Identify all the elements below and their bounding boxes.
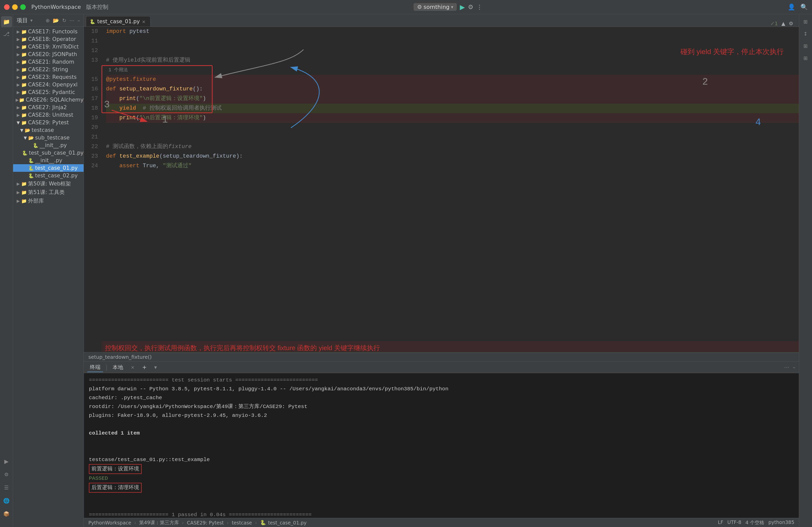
- close-tab-icon[interactable]: ×: [142, 19, 146, 24]
- settings-icon[interactable]: ⚙: [789, 20, 793, 27]
- tree-label: CASE26: SQLAlchemy: [26, 97, 84, 103]
- sb-lf[interactable]: LF: [718, 519, 723, 526]
- tree-arrow: ▶: [17, 37, 21, 42]
- sb-encoding[interactable]: UTF-8: [727, 519, 741, 526]
- py-file-icon: 🐍: [28, 166, 34, 171]
- sb-python[interactable]: python385: [768, 519, 794, 526]
- tree-arrow: ▶: [17, 60, 21, 65]
- code-line-10: import pytest: [106, 27, 799, 37]
- folder-icon: 📁: [19, 97, 25, 103]
- breadcrumb: setup_teardown_fixture(): [84, 352, 799, 361]
- term-line-sep-start: ========================= test session s…: [89, 376, 794, 385]
- close-button[interactable]: [4, 4, 10, 10]
- right-btn-2[interactable]: ↕: [800, 28, 811, 39]
- minimize-panel-icon[interactable]: –: [77, 17, 80, 24]
- terminal-tab[interactable]: 终端: [87, 362, 103, 372]
- tree-item-case26[interactable]: ▶ 📁 CASE26: SQLAlchemy: [13, 96, 84, 103]
- plus-terminal-icon[interactable]: +: [140, 363, 149, 371]
- sidebar-btn-project[interactable]: 📁: [1, 16, 12, 27]
- more-icon[interactable]: ⋯: [70, 17, 74, 24]
- tree-item-external[interactable]: ▶ 📁 外部库: [13, 197, 84, 205]
- run-icon[interactable]: ▶: [460, 3, 465, 11]
- sidebar-btn-settings[interactable]: ⚙: [1, 469, 12, 480]
- refresh-icon[interactable]: ↻: [62, 17, 67, 24]
- search-icon[interactable]: 🔍: [800, 3, 808, 11]
- terminal-more-icon[interactable]: ⋯: [784, 364, 789, 370]
- folder-icon: 📁: [21, 52, 27, 57]
- branch-badge[interactable]: ⚙ somthing ▾: [414, 3, 457, 11]
- line-num-14: [84, 65, 98, 75]
- minimize-button[interactable]: [12, 4, 18, 10]
- user-icon[interactable]: 👤: [788, 3, 795, 11]
- setup-output-text: 前置逻辑：设置环境: [89, 464, 142, 474]
- branch-dropdown-icon: ▾: [451, 4, 453, 10]
- tree-item-test-sub[interactable]: ▶ 🐍 test_sub_case_01.py: [13, 149, 84, 157]
- tree-arrow: ▶: [17, 67, 21, 72]
- titlebar-right: 👤 🔍: [788, 3, 808, 11]
- code-line-21: [106, 132, 799, 142]
- term-line-passed: PASSED: [89, 474, 794, 483]
- sb-part4: testcase: [232, 520, 252, 526]
- sb-indent[interactable]: 4 个空格: [745, 519, 764, 526]
- tree-label: CASE29: Pytest: [28, 119, 69, 126]
- tree-item-testcase[interactable]: ▼ 📂 testcase: [13, 126, 84, 134]
- code-content[interactable]: import pytest # 使用yield实现前置和后置逻辑 1 个用法 @…: [102, 27, 799, 352]
- tree-item-case19[interactable]: ▶ 📁 CASE19: XmlToDict: [13, 43, 84, 51]
- terminal-minimize-icon[interactable]: –: [793, 364, 795, 370]
- more-menu-icon[interactable]: ⋮: [476, 3, 482, 11]
- new-folder-icon[interactable]: 📂: [53, 17, 59, 24]
- sidebar-btn-globe[interactable]: 🌐: [1, 495, 12, 506]
- tree-item-course51[interactable]: ▶ 📁 第51课: 工具类: [13, 188, 84, 197]
- sidebar-btn-run[interactable]: ▶: [1, 456, 12, 467]
- tree-label: CASE25: Pydantic: [28, 89, 75, 95]
- branch-name: somthing: [423, 4, 449, 10]
- code-line-24: assert True, "测试通过": [106, 161, 799, 171]
- tab-label: test_case_01.py: [97, 18, 140, 25]
- new-file-icon[interactable]: ⊕: [45, 17, 50, 24]
- tree-item-case27[interactable]: ▶ 📁 CASE27: Jinja2: [13, 103, 84, 111]
- tree-label: CASE21: Random: [28, 59, 74, 65]
- term-line-sep-end: ========================= 1 passed in 0.…: [89, 510, 794, 518]
- sidebar-btn-git[interactable]: ⎇: [1, 28, 12, 39]
- term-line-teardown: 后置逻辑：清理环境: [89, 483, 794, 493]
- build-icon[interactable]: ⚙: [468, 3, 474, 11]
- close-terminal-icon[interactable]: ×: [128, 364, 137, 371]
- py-file-icon: 🐍: [33, 143, 38, 148]
- code-line-19: print("\n后置逻辑：清理环境"): [106, 113, 799, 123]
- tree-item-case23[interactable]: ▶ 📁 CASE23: Requests: [13, 73, 84, 81]
- folder-icon: 📁: [21, 37, 27, 42]
- line-num-21: 21: [84, 132, 98, 142]
- tree-item-case18[interactable]: ▶ 📁 CASE18: Operator: [13, 35, 84, 43]
- up-arrow-icon[interactable]: ▲: [781, 20, 785, 27]
- sidebar-btn-package[interactable]: 📦: [1, 508, 12, 519]
- tree-item-case25[interactable]: ▶ 📁 CASE25: Pydantic: [13, 88, 84, 96]
- tree-item-test-case-02[interactable]: ▶ 🐍 test_case_02.py: [13, 172, 84, 180]
- project-panel-header: 项目 ▾ ⊕ 📂 ↻ ⋯ –: [13, 14, 84, 27]
- tree-item-case29[interactable]: ▼ 📁 CASE29: Pytest: [13, 119, 84, 126]
- tree-item-case17[interactable]: ▶ 📁 CASE17: Functools: [13, 28, 84, 35]
- right-btn-3[interactable]: ⊞: [800, 40, 811, 52]
- tree-item-case21[interactable]: ▶ 📁 CASE21: Random: [13, 58, 84, 66]
- tree-item-test-case-01[interactable]: ▶ 🐍 test_case_01.py: [13, 164, 84, 172]
- right-btn-4[interactable]: ⊞: [800, 53, 811, 64]
- line-num-16: 16: [84, 84, 98, 94]
- sb-part1: PythonWorkspace: [88, 520, 131, 526]
- tree-item-case22[interactable]: ▶ 📁 CASE22: String: [13, 66, 84, 73]
- tree-item-case28[interactable]: ▶ 📁 CASE28: Unittest: [13, 111, 84, 119]
- tree-item-case24[interactable]: ▶ 📁 CASE24: Openpyxl: [13, 81, 84, 88]
- tree-item-init1[interactable]: ▶ 🐍 __init__.py: [13, 141, 84, 149]
- tree-item-sub-testcase[interactable]: ▼ 📂 sub_testcase: [13, 134, 84, 141]
- right-btn-1[interactable]: ⊞: [800, 16, 811, 27]
- dropdown-terminal-icon[interactable]: ▾: [152, 363, 160, 371]
- checkmark-icon: ✓1: [770, 20, 778, 27]
- tree-item-init2[interactable]: ▶ 🐍 __init__.py: [13, 157, 84, 164]
- tree-arrow: ▶: [17, 82, 21, 87]
- tree-arrow: ▶: [16, 98, 19, 102]
- tree-item-case20[interactable]: ▶ 📁 CASE20: JSONPath: [13, 51, 84, 58]
- sidebar-btn-layers[interactable]: ☰: [1, 482, 12, 493]
- editor-tab-test-case-01[interactable]: 🐍 test_case_01.py ×: [86, 16, 150, 27]
- tree-item-course50[interactable]: ▶ 📁 第50课: Web框架: [13, 180, 84, 188]
- local-tab[interactable]: 本地: [110, 363, 126, 372]
- main-layout: 📁 ⎇ ▶ ⚙ ☰ 🌐 📦 项目 ▾ ⊕ 📂 ↻ ⋯ – ▶ 📁 CA: [0, 14, 812, 527]
- maximize-button[interactable]: [20, 4, 26, 10]
